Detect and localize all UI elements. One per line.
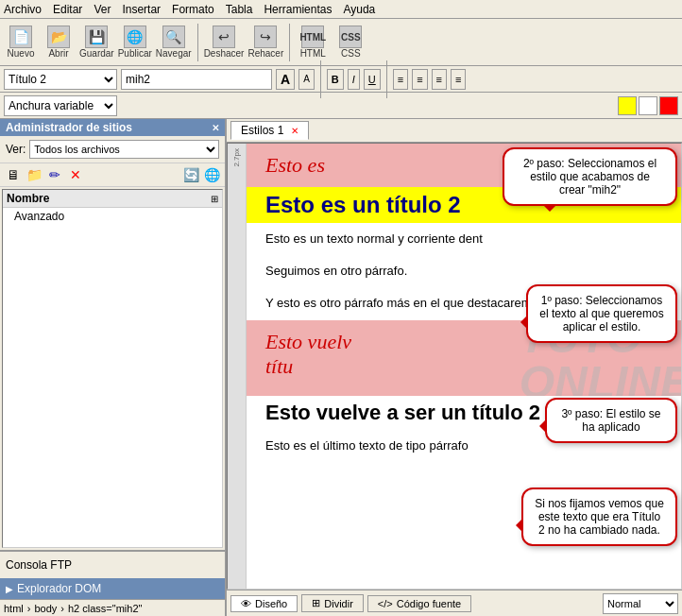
menu-editar[interactable]: Editar: [53, 3, 82, 16]
underline-button[interactable]: U: [364, 69, 381, 90]
left-panel: Administrador de sitios ✕ Ver: Todos los…: [0, 119, 227, 616]
menu-archivo[interactable]: Archivo: [4, 3, 42, 16]
callout-step1-text: 1º paso: Seleccionamos el texto al que q…: [539, 294, 663, 334]
editor-wrapper: Estilos 1 ✕ 2.7px Esto es Esto es un tít…: [227, 119, 682, 616]
menu-insertar[interactable]: Insertar: [122, 3, 161, 16]
source-button[interactable]: </> Código fuente: [367, 595, 471, 612]
menu-tabla[interactable]: Tabla: [226, 3, 253, 16]
callout1-arrow: [513, 315, 528, 330]
split-button[interactable]: ⊞ Dividir: [301, 594, 364, 612]
toolbar-sep-1: [197, 24, 198, 61]
save-button[interactable]: 💾 Guardar: [79, 22, 114, 63]
callout-step4: Si nos fijamos vemos que este texto que …: [521, 488, 677, 546]
bottom-right: Normal: [603, 593, 678, 614]
anchor-dropdown[interactable]: Anchura variable: [4, 95, 117, 116]
anchor-toolbar: Anchura variable: [0, 93, 682, 119]
color-yellow[interactable]: [618, 96, 637, 115]
breadcrumb-sep-2: ›: [60, 603, 64, 614]
font-input[interactable]: [121, 69, 272, 90]
panel-btn-globe[interactable]: 🌐: [202, 165, 221, 184]
menu-herramientas[interactable]: Herramientas: [264, 3, 332, 16]
html-button[interactable]: HTML HTML: [296, 22, 330, 63]
files-panel-content: Nombre ⊞ Avanzado: [2, 189, 223, 548]
paragraph-2: Seguimos en otro párrafo.: [247, 255, 681, 287]
panel-action-toolbar: 🖥 📁 ✏ ✕ 🔄 🌐: [0, 163, 225, 187]
dom-arrow-icon: ▶: [6, 584, 13, 594]
callout4-arrow: [508, 518, 523, 533]
align-left[interactable]: ≡: [393, 69, 408, 90]
panel-btn-1[interactable]: 🖥: [4, 165, 23, 184]
new-label: Nuevo: [8, 48, 35, 59]
callout-step2-text: 2º paso: Seleccionamos el estilo que aca…: [523, 157, 656, 197]
source-icon: </>: [378, 598, 393, 609]
open-icon: 📂: [47, 26, 70, 48]
tab-close-icon[interactable]: ✕: [291, 126, 298, 136]
new-icon: 📄: [9, 26, 32, 48]
ftp-label: Consola FTP: [6, 558, 72, 572]
bold-button[interactable]: B: [327, 69, 344, 90]
tab-estilos[interactable]: Estilos 1 ✕: [230, 121, 309, 140]
dom-panel[interactable]: ▶ Explorador DOM: [0, 578, 225, 599]
col-expand-icon: ⊞: [211, 194, 218, 204]
sites-panel-title: Administrador de sitios: [6, 121, 132, 134]
paragraph-1: Esto es un texto normal y corriente dent: [247, 223, 681, 255]
redo-label: Rehacer: [247, 48, 283, 59]
toolbar-sep-2: [289, 24, 290, 61]
pink2-text: Esto vuelv: [265, 330, 351, 353]
callout-step3-text: 3º paso: El estilo se ha aplicado: [561, 407, 660, 434]
menu-formato[interactable]: Formato: [172, 3, 214, 16]
publish-label: Publicar: [118, 48, 152, 59]
design-button[interactable]: 👁 Diseño: [230, 595, 298, 612]
panel-btn-sync[interactable]: 🔄: [181, 165, 200, 184]
html-breadcrumb: html › body › h2 class="mih2": [0, 599, 225, 616]
breadcrumb-h2[interactable]: h2 class="mih2": [68, 603, 142, 614]
style-dropdown[interactable]: Título 2: [4, 69, 117, 90]
open-button[interactable]: 📂 Abrir: [42, 22, 76, 63]
align-right[interactable]: ≡: [432, 69, 447, 90]
align-justify[interactable]: ≡: [451, 69, 466, 90]
redo-button[interactable]: ↪ Rehacer: [247, 22, 283, 63]
normal-dropdown[interactable]: Normal: [603, 593, 678, 614]
css-button[interactable]: CSS CSS: [333, 22, 367, 63]
callout-step1: 1º paso: Seleccionamos el texto al que q…: [526, 284, 677, 343]
toolbar2-sep2: [386, 60, 387, 98]
new-button[interactable]: 📄 Nuevo: [4, 22, 38, 63]
color-white[interactable]: [639, 96, 657, 115]
align-center[interactable]: ≡: [412, 69, 427, 90]
design-icon: 👁: [241, 598, 251, 609]
html-icon: HTML: [301, 26, 324, 48]
navigate-icon: 🔍: [162, 26, 185, 48]
toolbar2-sep: [320, 60, 321, 98]
menu-ver[interactable]: Ver: [94, 3, 111, 16]
editor-tabs: Estilos 1 ✕: [227, 119, 682, 143]
save-label: Guardar: [79, 48, 114, 59]
undo-icon: ↩: [213, 26, 235, 48]
color-red[interactable]: [659, 96, 678, 115]
font-size-small[interactable]: A: [298, 69, 315, 90]
files-view-dropdown[interactable]: Todos los archivos: [29, 140, 219, 159]
panel-btn-2[interactable]: 📁: [25, 165, 43, 184]
close-panel-icon[interactable]: ✕: [212, 123, 219, 133]
tab-title: Estilos 1: [241, 124, 283, 137]
callout-step4-text: Si nos fijamos vemos que este texto que …: [535, 497, 664, 537]
open-label: Abrir: [48, 48, 68, 59]
breadcrumb-html[interactable]: html: [4, 603, 24, 614]
publish-icon: 🌐: [124, 26, 146, 48]
main-toolbar: 📄 Nuevo 📂 Abrir 💾 Guardar 🌐 Publicar 🔍 N…: [0, 19, 682, 66]
callout-step2: 2º paso: Seleccionamos el estilo que aca…: [503, 147, 677, 206]
undo-button[interactable]: ↩ Deshacer: [204, 22, 245, 63]
breadcrumb-body[interactable]: body: [34, 603, 57, 614]
publish-button[interactable]: 🌐 Publicar: [118, 22, 152, 63]
list-item[interactable]: Avanzado: [3, 208, 222, 225]
font-size-large[interactable]: A: [276, 69, 295, 90]
callout-step3: 3º paso: El estilo se ha aplicado: [545, 398, 677, 443]
panel-btn-delete[interactable]: ✕: [66, 165, 85, 184]
navigate-button[interactable]: 🔍 Navegar: [156, 22, 192, 63]
menu-ayuda[interactable]: Ayuda: [343, 3, 375, 16]
undo-label: Deshacer: [204, 48, 245, 59]
panel-btn-edit[interactable]: ✏: [45, 165, 64, 184]
callout3-arrow: [532, 419, 547, 434]
italic-button[interactable]: I: [348, 69, 360, 90]
col-nombre: Nombre: [7, 192, 211, 205]
source-label: Código fuente: [397, 598, 462, 609]
